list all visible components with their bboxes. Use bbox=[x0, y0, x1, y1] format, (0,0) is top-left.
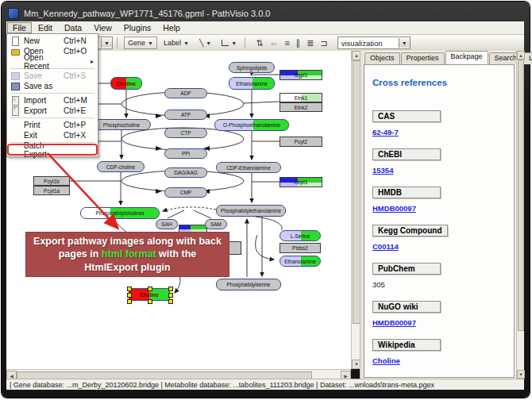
selection-handle[interactable] bbox=[127, 299, 132, 304]
visualization-dropdown-icon[interactable]: ▼ bbox=[399, 38, 410, 48]
chevron-down-icon[interactable]: ▼ bbox=[231, 40, 237, 46]
pathway-node-pcyt2[interactable]: Pcyt2 bbox=[279, 137, 322, 147]
xref-link[interactable]: C00114 bbox=[372, 242, 514, 251]
pathway-node-pcyt1b[interactable]: Pcyt1b bbox=[33, 176, 70, 186]
selection-handle[interactable] bbox=[148, 287, 152, 291]
menu-item-exit[interactable]: ExitCtrl+X bbox=[8, 130, 97, 140]
xref-database-name: NuGO wiki bbox=[372, 301, 441, 313]
menu-item-save-as[interactable]: Save as bbox=[8, 81, 97, 91]
pathway-node-phosphatidylethanolamine[interactable]: Phosphatidylethanolamine bbox=[216, 205, 286, 217]
pathway-node-ptdss2[interactable]: Ptdss2 bbox=[279, 243, 321, 253]
selection-handle[interactable] bbox=[127, 293, 132, 298]
xref-link[interactable]: 15354 bbox=[372, 166, 514, 175]
menu-item-new[interactable]: NewCtrl+N bbox=[8, 36, 97, 46]
menu-item-label: Print bbox=[24, 121, 64, 129]
draw-line-button[interactable]: ╲▼ bbox=[195, 37, 215, 49]
pathway-node-cmp[interactable]: CMP bbox=[164, 187, 207, 198]
selection-handle[interactable] bbox=[168, 293, 173, 298]
pathway-node-ethanolamine-bottom[interactable]: Ethanolamine bbox=[279, 256, 321, 267]
pathway-node-sah[interactable]: SAH bbox=[156, 219, 178, 229]
scroll-down-icon[interactable]: ▼ bbox=[517, 370, 525, 379]
stack-rows-icon[interactable]: ≡ bbox=[284, 37, 289, 48]
menu-view[interactable]: View bbox=[88, 22, 118, 33]
selection-handle[interactable] bbox=[168, 299, 173, 304]
layout-grid-icon[interactable]: ≣ bbox=[306, 37, 314, 48]
distribute-horizontal-icon[interactable]: ⇔ bbox=[269, 37, 278, 48]
pathway-node-ctp[interactable]: CTP bbox=[164, 128, 207, 138]
menu-plugins[interactable]: Plugins bbox=[118, 22, 156, 33]
pathway-node-choline-selected[interactable]: Choline bbox=[129, 288, 170, 301]
tab-properties[interactable]: Properties bbox=[401, 52, 445, 64]
draw-connector-button[interactable]: ▼ bbox=[218, 37, 241, 49]
pathway-node-adp[interactable]: ADP bbox=[164, 88, 207, 98]
chevron-down-icon[interactable]: ▼ bbox=[206, 40, 211, 46]
menu-data[interactable]: Data bbox=[59, 22, 87, 33]
visualization-combobox[interactable]: visualization ▼ bbox=[337, 37, 411, 49]
menu-item-batch-export[interactable]: Batch Export bbox=[8, 144, 97, 155]
pathway-node-sphingolipids[interactable]: Sphingolipids bbox=[229, 62, 275, 73]
pathway-node-o-phosphoethanolamine[interactable]: O-Phosphoethanolamine bbox=[214, 119, 289, 131]
stack-columns-icon[interactable]: ∥ bbox=[296, 37, 301, 48]
pathway-node-sgpl1[interactable]: Sgpl1 bbox=[279, 70, 322, 80]
scroll-up-icon[interactable]: ▲ bbox=[517, 51, 525, 60]
pathway-node-phosphatidylserine[interactable]: Phosphatidylserine bbox=[216, 279, 281, 290]
pathway-node-ppi[interactable]: PPi bbox=[164, 148, 207, 159]
menu-edit[interactable]: Edit bbox=[33, 22, 58, 33]
xref-database-name: Kegg Compound bbox=[372, 225, 448, 237]
menu-file[interactable]: File bbox=[7, 22, 32, 33]
pathway-node-sam[interactable]: SAM bbox=[205, 219, 227, 229]
scrollbar-thumb[interactable] bbox=[518, 60, 524, 331]
pathway-node-cdp-choline[interactable]: CDP-choline bbox=[97, 161, 145, 172]
menu-item-spacer bbox=[11, 121, 20, 129]
pathway-node-atp[interactable]: ATP bbox=[164, 110, 207, 120]
xref-link[interactable]: HMDB00097 bbox=[372, 204, 514, 213]
menu-item-shortcut: Ctrl+P bbox=[64, 121, 94, 129]
menu-item-label: Exit bbox=[24, 131, 64, 140]
sidebar-scrollbar[interactable]: ▲ ▼ bbox=[516, 51, 524, 379]
xref-database-name: PubChem bbox=[372, 263, 441, 275]
selection-handle[interactable] bbox=[168, 287, 173, 291]
selection-handle[interactable] bbox=[127, 287, 132, 291]
xref-link[interactable]: Choline bbox=[372, 356, 514, 365]
add-label-button[interactable]: Label▼ bbox=[160, 37, 193, 49]
window-title: Mm_Kennedy_pathway_WP1771_45176.gpml - P… bbox=[24, 9, 270, 18]
pathway-node-phosphocholine[interactable]: Phosphocholine bbox=[92, 119, 151, 130]
pathway-node-ethanolamine-top[interactable]: Ethanolamine bbox=[229, 77, 275, 90]
chevron-down-icon[interactable]: ▼ bbox=[183, 40, 189, 46]
submenu-arrow-icon: ▸ bbox=[91, 58, 94, 65]
pathway-node-dag[interactable]: DAG/AAG bbox=[164, 167, 207, 178]
menu-separator bbox=[10, 117, 94, 118]
menu-item-export[interactable]: ExportCtrl+E bbox=[8, 106, 97, 116]
xref-link[interactable]: HMDB00097 bbox=[372, 318, 514, 327]
fit-page-icon[interactable]: ⊐ bbox=[321, 37, 328, 48]
export-icon bbox=[11, 106, 20, 115]
menu-item-label: Open Recent bbox=[24, 53, 60, 71]
menu-item-import[interactable]: ImportCtrl+M bbox=[8, 95, 97, 106]
add-gene-button[interactable]: Gene▼ bbox=[124, 37, 157, 49]
pathway-node-l-serine[interactable]: L-Serine bbox=[279, 230, 321, 241]
zoom-dropdown-icon[interactable]: ▼ bbox=[101, 38, 112, 48]
pathway-node-etnk1[interactable]: Etnk1 bbox=[279, 93, 322, 102]
pathway-node-cept1[interactable]: Cept1 bbox=[279, 177, 322, 187]
menu-item-label: Batch Export bbox=[24, 141, 64, 159]
chevron-down-icon[interactable]: ▼ bbox=[148, 40, 153, 46]
tab-objects[interactable]: Objects bbox=[364, 52, 400, 64]
menu-item-open-recent[interactable]: Open Recent▸ bbox=[8, 56, 97, 67]
menu-help[interactable]: Help bbox=[157, 22, 186, 33]
menu-item-save[interactable]: SaveCtrl+S bbox=[8, 71, 97, 81]
selection-handle[interactable] bbox=[148, 299, 152, 304]
pathway-node-cdp-ethanolamine[interactable]: CDP-Ethanolamine bbox=[216, 162, 281, 173]
menu-item-print[interactable]: PrintCtrl+P bbox=[8, 120, 97, 130]
xref-link[interactable]: 62-49-7 bbox=[372, 128, 514, 137]
pathway-node-choline-top[interactable]: Choline bbox=[110, 77, 142, 90]
tab-backpage[interactable]: Backpage bbox=[445, 51, 488, 64]
toolbar-separator bbox=[245, 37, 245, 48]
pathway-node-pcyt1a[interactable]: Pcyt1a bbox=[33, 186, 70, 195]
align-center-icon[interactable]: ⇅ bbox=[256, 37, 263, 48]
menu-item-label: Save bbox=[24, 71, 64, 80]
connector-tool-icon bbox=[222, 40, 229, 46]
pathway-node-etnk2[interactable]: Etnk2 bbox=[279, 102, 322, 112]
pathway-node-phosphatidylcholines[interactable]: Phosphatidylcholines bbox=[80, 207, 160, 219]
menu-item-label: Save as bbox=[24, 82, 64, 90]
xref-section-hmdb: HMDBHMDB00097 bbox=[372, 184, 514, 213]
